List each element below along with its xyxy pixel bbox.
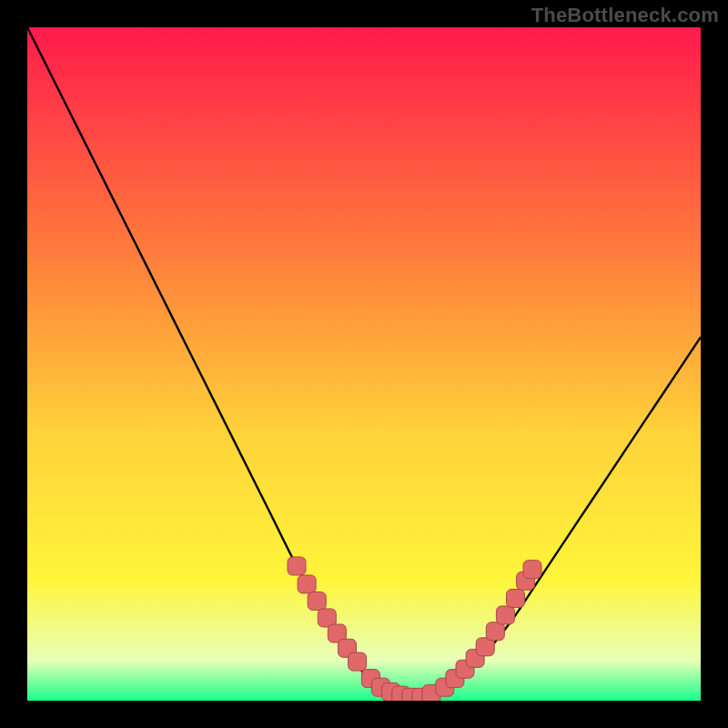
plot-area: [27, 27, 701, 701]
curve-marker: [308, 592, 326, 610]
gradient-background: [27, 27, 701, 701]
curve-marker: [486, 622, 504, 641]
curve-marker: [523, 561, 541, 579]
curve-marker: [507, 590, 525, 608]
chart-frame: TheBottleneck.com: [0, 0, 728, 728]
watermark-label: TheBottleneck.com: [531, 4, 719, 27]
curve-marker: [288, 557, 306, 575]
curve-marker: [298, 575, 316, 593]
curve-marker: [496, 606, 514, 624]
curve-marker: [349, 652, 367, 671]
bottleneck-chart-svg: [27, 27, 701, 701]
